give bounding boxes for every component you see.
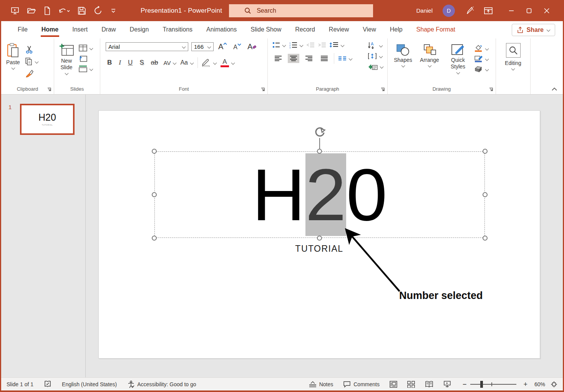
- bold-button[interactable]: B: [106, 58, 113, 67]
- undo-icon[interactable]: [58, 7, 70, 15]
- slide-canvas[interactable]: H20 TUTORIAL Number selected: [98, 110, 540, 359]
- tab-design[interactable]: Design: [123, 22, 156, 38]
- customize-qat-icon[interactable]: [111, 8, 116, 13]
- resize-handle-middle-left[interactable]: [152, 192, 157, 197]
- accessibility-indicator[interactable]: Accessibility: Good to go: [128, 380, 196, 388]
- resize-handle-top-left[interactable]: [152, 149, 157, 154]
- close-button[interactable]: [538, 0, 556, 21]
- shrink-font-button[interactable]: A: [232, 42, 243, 51]
- grow-font-button[interactable]: A: [217, 42, 229, 52]
- zoom-out-button[interactable]: −: [463, 381, 467, 388]
- tab-insert[interactable]: Insert: [65, 22, 95, 38]
- align-center-button[interactable]: [288, 54, 299, 63]
- reset-button[interactable]: [79, 55, 93, 62]
- tab-home[interactable]: Home: [35, 22, 65, 38]
- underline-button[interactable]: U: [126, 58, 134, 67]
- section-button[interactable]: [79, 65, 93, 72]
- normal-view-button[interactable]: [390, 381, 397, 388]
- tab-animations[interactable]: Animations: [199, 22, 244, 38]
- shape-effects-button[interactable]: [474, 65, 489, 73]
- italic-button[interactable]: I: [117, 58, 123, 67]
- new-file-icon[interactable]: [44, 7, 51, 15]
- cut-button[interactable]: [25, 45, 38, 54]
- convert-to-smartart-button[interactable]: [368, 63, 383, 70]
- slide-sorter-view-button[interactable]: [407, 381, 415, 388]
- character-spacing-button[interactable]: AV: [164, 60, 177, 66]
- zoom-slider[interactable]: [470, 384, 516, 385]
- change-case-button[interactable]: Aa: [180, 59, 194, 66]
- clear-formatting-button[interactable]: A: [246, 42, 259, 52]
- resize-handle-bottom-right[interactable]: [483, 236, 488, 241]
- format-painter-button[interactable]: [25, 69, 38, 78]
- fit-slide-to-window-button[interactable]: [551, 381, 557, 388]
- text-direction-button[interactable]: A: [368, 42, 383, 49]
- clipboard-dialog-launcher-icon[interactable]: [47, 87, 51, 92]
- line-spacing-button[interactable]: [329, 42, 344, 48]
- slide-title-text[interactable]: H20: [252, 152, 387, 237]
- align-text-button[interactable]: [368, 53, 383, 60]
- align-left-button[interactable]: [272, 54, 284, 63]
- columns-button[interactable]: [338, 56, 352, 61]
- maximize-button[interactable]: [520, 0, 538, 21]
- resize-handle-bottom-left[interactable]: [152, 236, 157, 241]
- numbering-button[interactable]: 123: [289, 42, 303, 48]
- presenter-coach-icon[interactable]: [465, 6, 474, 15]
- zoom-level[interactable]: 60%: [534, 381, 545, 387]
- slide-indicator[interactable]: Slide 1 of 1: [7, 381, 33, 387]
- shape-fill-button[interactable]: [474, 45, 489, 52]
- paragraph-dialog-launcher-icon[interactable]: [380, 87, 385, 92]
- spell-check-icon[interactable]: [44, 380, 51, 388]
- strikethrough-button[interactable]: ab: [149, 58, 160, 67]
- avatar[interactable]: D: [443, 5, 455, 17]
- tab-shape-format[interactable]: Shape Format: [410, 22, 462, 38]
- tab-record[interactable]: Record: [288, 22, 322, 38]
- zoom-slider-handle[interactable]: [480, 381, 483, 388]
- tab-view[interactable]: View: [356, 22, 383, 38]
- highlight-button[interactable]: [202, 58, 217, 67]
- tab-draw[interactable]: Draw: [95, 22, 123, 38]
- comments-button[interactable]: Comments: [343, 381, 380, 388]
- tab-file[interactable]: File: [11, 22, 35, 38]
- ribbon-display-options-icon[interactable]: [484, 7, 493, 15]
- resize-handle-top-center[interactable]: [317, 149, 322, 154]
- tab-slide-show[interactable]: Slide Show: [244, 22, 288, 38]
- tab-transitions[interactable]: Transitions: [156, 22, 199, 38]
- slideshow-view-button[interactable]: [443, 381, 451, 388]
- share-button[interactable]: Share: [512, 24, 555, 36]
- drawing-dialog-launcher-icon[interactable]: [489, 87, 493, 92]
- resize-handle-middle-right[interactable]: [483, 192, 488, 197]
- tab-review[interactable]: Review: [322, 22, 356, 38]
- title-textbox[interactable]: H20: [154, 151, 485, 238]
- minimize-button[interactable]: [503, 0, 520, 21]
- font-color-button[interactable]: A: [221, 58, 235, 67]
- save-icon[interactable]: [78, 7, 86, 15]
- font-dialog-launcher-icon[interactable]: [260, 87, 265, 92]
- font-size-combobox[interactable]: 166: [191, 42, 214, 51]
- copy-button[interactable]: [25, 57, 38, 66]
- decrease-indent-button[interactable]: [306, 42, 315, 48]
- bullets-button[interactable]: [272, 42, 286, 48]
- editing-button[interactable]: Editing: [505, 42, 521, 94]
- layout-button[interactable]: [79, 45, 93, 51]
- shape-outline-button[interactable]: [474, 55, 489, 63]
- resize-handle-top-right[interactable]: [483, 149, 488, 154]
- rotation-handle-icon[interactable]: [314, 126, 326, 138]
- slide-subtitle-text[interactable]: TUTORIAL: [99, 244, 540, 254]
- tab-help[interactable]: Help: [383, 22, 410, 38]
- slide-thumbnail[interactable]: H20 TUTORIAL: [20, 104, 75, 135]
- resize-handle-bottom-center[interactable]: [317, 236, 322, 241]
- zoom-in-button[interactable]: +: [523, 381, 528, 388]
- notes-button[interactable]: Notes: [309, 381, 333, 387]
- redo-icon[interactable]: [94, 6, 103, 15]
- search-box[interactable]: Search: [229, 4, 373, 17]
- align-right-button[interactable]: [303, 54, 315, 63]
- start-slideshow-icon[interactable]: [11, 7, 19, 15]
- justify-button[interactable]: [318, 54, 330, 63]
- font-name-combobox[interactable]: Arial: [106, 42, 188, 51]
- language-indicator[interactable]: English (United States): [62, 381, 117, 387]
- open-file-icon[interactable]: [27, 7, 36, 15]
- reading-view-button[interactable]: [425, 381, 433, 388]
- collapse-ribbon-icon[interactable]: [551, 87, 557, 91]
- text-shadow-button[interactable]: S: [138, 58, 145, 67]
- increase-indent-button[interactable]: [318, 42, 326, 48]
